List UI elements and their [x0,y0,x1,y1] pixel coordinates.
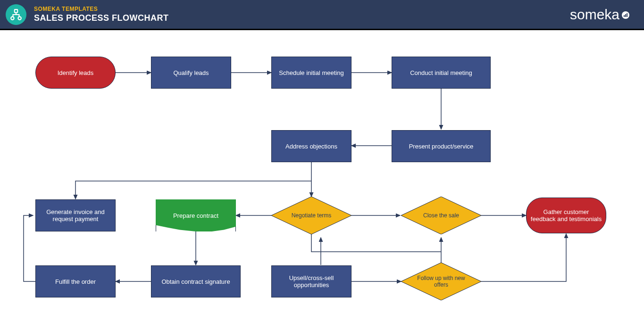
page-title: SALES PROCESS FLOWCHART [34,13,169,23]
app-logo-icon [6,4,26,25]
brand-logo-icon [621,7,630,23]
node-close-sale: Close the sale [413,199,469,232]
node-label: Present product/service [409,143,474,150]
node-label: Prepare contract [173,212,218,219]
svg-point-2 [18,16,21,20]
node-obtain-signature: Obtain contract signature [151,265,241,297]
node-address-objections: Address objections [271,130,351,162]
node-label: Fulfill the order [55,278,96,285]
node-label: Upsell/cross-sell opportunities [276,274,347,289]
flowchart-canvas: Identify leads Qualify leads Schedule in… [0,30,644,330]
node-label: Qualify leads [173,69,209,76]
node-label: Address objections [285,143,337,150]
node-negotiate-terms: Negotiate terms [283,199,340,232]
svg-point-1 [11,16,14,20]
header-text: SOMEKA TEMPLATES SALES PROCESS FLOWCHART [34,6,169,23]
brand-label: SOMEKA TEMPLATES [34,6,169,12]
node-label: Generate invoice and request payment [40,208,111,223]
node-label: Close the sale [423,212,459,219]
node-upsell: Upsell/cross-sell opportunities [271,265,351,297]
node-gather-feedback: Gather customer feedback and testimonial… [526,198,606,233]
svg-rect-5 [625,14,626,17]
svg-rect-4 [624,15,625,17]
node-label: Follow up with new offers [413,275,469,288]
node-qualify-leads: Qualify leads [151,57,231,89]
node-label: Identify leads [58,69,94,76]
node-identify-leads: Identify leads [35,57,116,89]
node-fulfill-order: Fulfill the order [35,265,116,297]
node-schedule-meeting: Schedule initial meeting [271,57,351,89]
node-label: Negotiate terms [292,212,332,219]
node-label: Schedule initial meeting [279,69,343,76]
node-label: Obtain contract signature [161,278,230,285]
node-conduct-meeting: Conduct initial meeting [392,57,491,89]
node-present-product: Present product/service [392,130,491,162]
node-prepare-contract: Prepare contract [156,199,236,231]
svg-rect-6 [627,13,627,17]
app-header: SOMEKA TEMPLATES SALES PROCESS FLOWCHART… [0,0,644,30]
node-label: Conduct initial meeting [410,69,472,76]
svg-rect-0 [15,9,18,13]
node-follow-up: Follow up with new offers [413,265,469,298]
brand-logo: someka [570,7,630,23]
node-generate-invoice: Generate invoice and request payment [35,199,116,231]
node-label: Gather customer feedback and testimonial… [530,208,602,223]
brand-name: someka [570,7,619,23]
